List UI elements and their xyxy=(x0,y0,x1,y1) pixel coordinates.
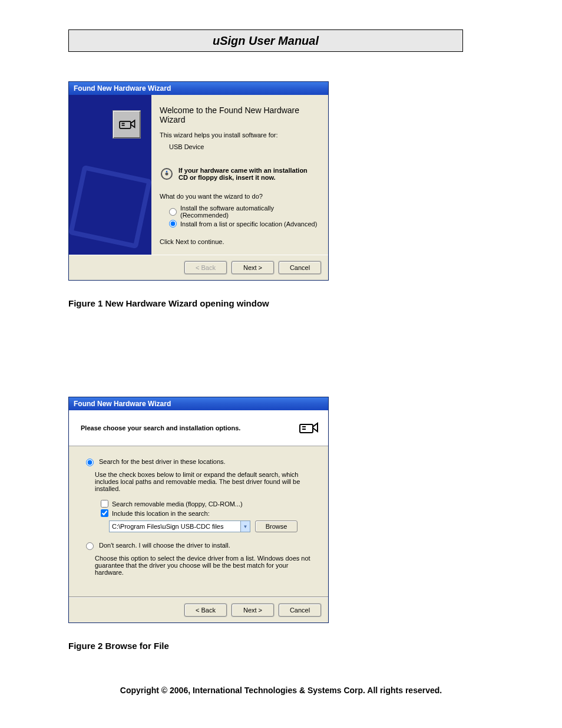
next-button[interactable]: Next > xyxy=(232,261,274,274)
dont-search-explain: Choose this option to select the device … xyxy=(83,552,314,592)
wizard1-content: Welcome to the Found New Hardware Wizard… xyxy=(151,95,328,255)
checkbox-include-location[interactable]: Include this location in the search: xyxy=(83,509,314,517)
hardware-icon xyxy=(113,110,141,139)
wizard1-hint: If your hardware came with an installati… xyxy=(178,167,318,181)
cd-icon xyxy=(160,167,174,181)
sidebar-decor xyxy=(69,165,151,249)
checkbox-removable-input[interactable] xyxy=(101,500,108,508)
wizard1-helps-text: This wizard helps you install software f… xyxy=(160,131,318,139)
radio-dont-search-label: Don't search. I will choose the driver t… xyxy=(99,542,230,549)
wizard2-header-text: Please choose your search and installati… xyxy=(81,424,240,431)
checkbox-removable[interactable]: Search removable media (floppy, CD-ROM..… xyxy=(83,500,314,508)
radio-dont-search-input[interactable] xyxy=(86,542,94,550)
path-input[interactable] xyxy=(110,521,240,532)
radio-search-best[interactable]: Search for the best driver in these loca… xyxy=(83,457,314,466)
svg-point-3 xyxy=(166,171,168,173)
radio-search-best-label: Search for the best driver in these loca… xyxy=(99,458,226,465)
figure2-caption: Figure 2 Browse for File xyxy=(68,641,494,651)
path-combobox[interactable]: ▼ xyxy=(109,521,250,532)
hardware-icon xyxy=(296,416,320,440)
page-title-bar: uSign User Manual xyxy=(68,29,463,52)
wizard2-header: Please choose your search and installati… xyxy=(69,410,328,446)
wizard2-window: Found New Hardware Wizard Please choose … xyxy=(68,397,329,623)
page-footer: Copyright © 2006, International Technolo… xyxy=(0,686,562,695)
radio-install-list-label: Install from a list or specific location… xyxy=(180,220,317,228)
chevron-down-icon[interactable]: ▼ xyxy=(240,521,250,532)
svg-rect-4 xyxy=(300,424,313,433)
radio-install-list[interactable]: Install from a list or specific location… xyxy=(160,220,318,228)
wizard2-title: Found New Hardware Wizard xyxy=(74,400,171,408)
checkbox-include-location-input[interactable] xyxy=(101,509,108,517)
back-button[interactable]: < Back xyxy=(184,261,227,274)
wizard1-sidebar xyxy=(69,95,151,255)
checkbox-include-label: Include this location in the search: xyxy=(112,510,210,517)
search-explain: Use the check boxes below to limit or ex… xyxy=(83,469,314,498)
wizard1-question: What do you want the wizard to do? xyxy=(160,193,318,200)
back-button[interactable]: < Back xyxy=(184,604,227,617)
browse-button[interactable]: Browse xyxy=(255,521,297,532)
wizard1-window: Found New Hardware Wizard Welcome to the… xyxy=(68,81,329,281)
page-title: uSign User Manual xyxy=(213,34,319,48)
wizard1-continue: Click Next to continue. xyxy=(160,238,318,245)
wizard1-title: Found New Hardware Wizard xyxy=(74,84,171,93)
radio-install-auto-input[interactable] xyxy=(169,208,177,216)
cancel-button[interactable]: Cancel xyxy=(279,261,321,274)
figure1-caption: Figure 1 New Hardware Wizard opening win… xyxy=(68,298,494,308)
radio-install-auto[interactable]: Install the software automatically (Reco… xyxy=(160,205,318,219)
wizard2-body: Search for the best driver in these loca… xyxy=(69,446,328,597)
radio-install-auto-label: Install the software automatically (Reco… xyxy=(180,205,318,219)
wizard1-heading: Welcome to the Found New Hardware Wizard xyxy=(160,106,318,124)
radio-install-list-input[interactable] xyxy=(169,220,177,228)
svg-rect-0 xyxy=(120,121,131,129)
next-button[interactable]: Next > xyxy=(232,604,274,617)
wizard2-titlebar: Found New Hardware Wizard xyxy=(69,397,328,410)
radio-dont-search[interactable]: Don't search. I will choose the driver t… xyxy=(83,541,314,550)
wizard1-button-bar: < Back Next > Cancel xyxy=(69,255,328,280)
svg-point-2 xyxy=(166,173,168,176)
radio-search-best-input[interactable] xyxy=(86,459,94,466)
checkbox-removable-label: Search removable media (floppy, CD-ROM..… xyxy=(112,500,243,508)
wizard2-button-bar: < Back Next > Cancel xyxy=(69,598,328,622)
cancel-button[interactable]: Cancel xyxy=(279,604,321,617)
wizard1-titlebar: Found New Hardware Wizard xyxy=(69,82,328,95)
wizard1-device: USB Device xyxy=(160,143,318,150)
